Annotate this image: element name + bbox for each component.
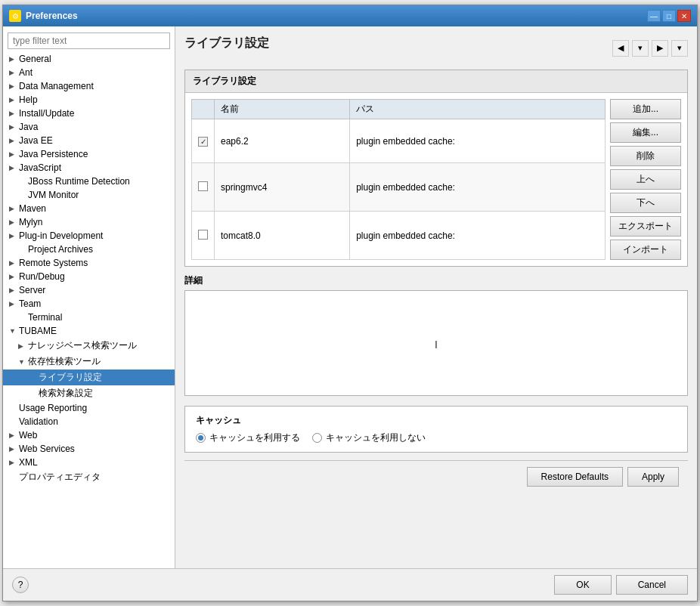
- bottom-bar: Restore Defaults Apply: [184, 460, 688, 493]
- table-row[interactable]: springmvc4plugin embedded cache:: [192, 163, 606, 212]
- import-button[interactable]: インポート: [610, 240, 681, 260]
- cache-nouse-label: キャッシュを利用しない: [326, 431, 426, 444]
- close-button[interactable]: ✕: [677, 10, 691, 22]
- sidebar-item-run-debug[interactable]: ▶ Run/Debug: [3, 270, 175, 283]
- nav-back-dropdown[interactable]: ▾: [632, 40, 649, 57]
- sidebar-item-usage-reporting[interactable]: Usage Reporting: [3, 401, 175, 415]
- lib-checkbox-0[interactable]: ✓: [198, 137, 208, 147]
- nav-back-button[interactable]: ◀: [612, 40, 629, 57]
- sidebar-label-java: Java: [19, 122, 38, 132]
- sidebar-item-plugin-dev[interactable]: ▶ Plug-in Development: [3, 229, 175, 243]
- sidebar-label-terminal: Terminal: [28, 312, 62, 323]
- minimize-button[interactable]: —: [647, 10, 661, 22]
- sidebar-label-java-persistence: Java Persistence: [19, 149, 88, 159]
- sidebar-item-search-target[interactable]: 検索対象設定: [3, 385, 175, 401]
- table-row[interactable]: ✓eap6.2plugin embedded cache:: [192, 119, 606, 163]
- tree-arrow-java-ee: ▶: [9, 137, 17, 144]
- sidebar-item-validation[interactable]: Validation: [3, 415, 175, 428]
- sidebar-label-jvm-monitor: JVM Monitor: [28, 190, 79, 200]
- sidebar-label-search-target: 検索対象設定: [39, 387, 93, 400]
- sidebar-item-web-services[interactable]: ▶ Web Services: [3, 442, 175, 456]
- restore-defaults-button[interactable]: Restore Defaults: [527, 467, 623, 487]
- sidebar-item-server[interactable]: ▶ Server: [3, 283, 175, 297]
- sidebar-item-mylyn[interactable]: ▶ Mylyn: [3, 215, 175, 229]
- sidebar-item-terminal[interactable]: Terminal: [3, 311, 175, 324]
- sidebar-item-team[interactable]: ▶ Team: [3, 297, 175, 311]
- sidebar-item-xml[interactable]: ▶ XML: [3, 456, 175, 469]
- cache-use-radio[interactable]: [196, 433, 206, 443]
- cache-radio-group: キャッシュを利用する キャッシュを利用しない: [196, 431, 677, 444]
- maximize-button[interactable]: □: [662, 10, 676, 22]
- cache-nouse-radio[interactable]: [312, 433, 322, 443]
- tree-arrow-web: ▶: [9, 431, 17, 439]
- help-button[interactable]: ?: [12, 577, 29, 593]
- lib-checkbox-cell-0[interactable]: ✓: [192, 119, 215, 163]
- export-button[interactable]: エクスポート: [610, 216, 681, 237]
- window-title: Preferences: [26, 11, 78, 21]
- sidebar-item-remote-systems[interactable]: ▶ Remote Systems: [3, 256, 175, 270]
- sidebar-label-web-services: Web Services: [19, 444, 75, 454]
- sidebar-item-install-update[interactable]: ▶ Install/Update: [3, 107, 175, 120]
- sidebar-item-java[interactable]: ▶ Java: [3, 120, 175, 134]
- sidebar-label-help: Help: [19, 94, 38, 105]
- sidebar-item-javascript[interactable]: ▶ JavaScript: [3, 161, 175, 175]
- sidebar-label-run-debug: Run/Debug: [19, 271, 65, 282]
- lib-checkbox-2[interactable]: [198, 230, 208, 240]
- sidebar-item-ant[interactable]: ▶ Ant: [3, 66, 175, 79]
- sidebar-item-general[interactable]: ▶ General: [3, 52, 175, 66]
- sidebar-item-tubame[interactable]: ▼ TUBAME: [3, 324, 175, 338]
- sidebar-item-library-settings[interactable]: ライブラリ設定: [3, 369, 175, 385]
- detail-textarea[interactable]: [184, 290, 688, 396]
- nav-forward-dropdown[interactable]: ▾: [671, 40, 688, 57]
- sidebar-item-web[interactable]: ▶ Web: [3, 428, 175, 442]
- tree-arrow-java-persistence: ▶: [9, 150, 17, 158]
- title-bar-left: ⚙ Preferences: [9, 10, 78, 22]
- title-bar: ⚙ Preferences — □ ✕: [3, 5, 697, 26]
- sidebar-item-jvm-monitor[interactable]: JVM Monitor: [3, 188, 175, 202]
- tree-arrow-remote-systems: ▶: [9, 259, 17, 267]
- tree-arrow-mylyn: ▶: [9, 218, 17, 226]
- lib-checkbox-cell-2[interactable]: [192, 212, 215, 260]
- cancel-button[interactable]: Cancel: [616, 575, 688, 595]
- library-button-group: 追加... 編集... 削除 上へ 下へ エクスポート インポート: [610, 99, 681, 260]
- sidebar: ▶ General▶ Ant▶ Data Management▶ Help▶ I…: [3, 26, 175, 568]
- col-header-name: 名前: [215, 100, 350, 119]
- tree-arrow-dependency-tool: ▼: [18, 358, 26, 366]
- edit-button[interactable]: 編集...: [610, 122, 681, 143]
- sidebar-item-maven[interactable]: ▶ Maven: [3, 202, 175, 215]
- sidebar-item-knowledge-search[interactable]: ▶ ナレッジベース検索ツール: [3, 338, 175, 354]
- sidebar-item-data-management[interactable]: ▶ Data Management: [3, 79, 175, 93]
- up-button[interactable]: 上へ: [610, 169, 681, 190]
- tree-arrow-ant: ▶: [9, 69, 17, 76]
- sidebar-item-jboss-runtime[interactable]: JBoss Runtime Detection: [3, 175, 175, 188]
- apply-button[interactable]: Apply: [627, 467, 679, 487]
- tree-arrow-web-services: ▶: [9, 445, 17, 453]
- tree-arrow-tubame: ▼: [9, 327, 17, 335]
- sidebar-item-property-editor[interactable]: プロパティエディタ: [3, 469, 175, 485]
- nav-forward-button[interactable]: ▶: [652, 40, 668, 57]
- lib-checkbox-1[interactable]: [198, 181, 208, 191]
- footer: ? OK Cancel: [3, 568, 697, 601]
- sidebar-item-java-persistence[interactable]: ▶ Java Persistence: [3, 147, 175, 161]
- lib-checkbox-cell-1[interactable]: [192, 163, 215, 212]
- search-input[interactable]: [8, 32, 170, 49]
- table-row[interactable]: tomcat8.0plugin embedded cache:: [192, 212, 606, 260]
- cache-nouse-option[interactable]: キャッシュを利用しない: [312, 431, 426, 444]
- ok-button[interactable]: OK: [554, 575, 611, 595]
- add-button[interactable]: 追加...: [610, 99, 681, 119]
- cache-use-option[interactable]: キャッシュを利用する: [196, 431, 300, 444]
- sidebar-label-team: Team: [19, 298, 41, 309]
- lib-name-2: tomcat8.0: [215, 212, 350, 260]
- col-header-check: [192, 100, 215, 119]
- sidebar-label-jboss-runtime: JBoss Runtime Detection: [28, 176, 130, 187]
- sidebar-item-help[interactable]: ▶ Help: [3, 93, 175, 107]
- sidebar-item-project-archives[interactable]: Project Archives: [3, 243, 175, 256]
- delete-button[interactable]: 削除: [610, 146, 681, 166]
- down-button[interactable]: 下へ: [610, 193, 681, 213]
- tree-arrow-xml: ▶: [9, 459, 17, 466]
- sidebar-item-dependency-tool[interactable]: ▼ 依存性検索ツール: [3, 354, 175, 369]
- table-container: 名前 パス ✓eap6.2plugin embedded cache:sprin…: [185, 93, 687, 266]
- library-group-box: ライブラリ設定 名前 パス ✓eap6.2plugin embedded cac…: [184, 70, 688, 267]
- sidebar-label-project-archives: Project Archives: [28, 244, 93, 255]
- sidebar-item-java-ee[interactable]: ▶ Java EE: [3, 134, 175, 147]
